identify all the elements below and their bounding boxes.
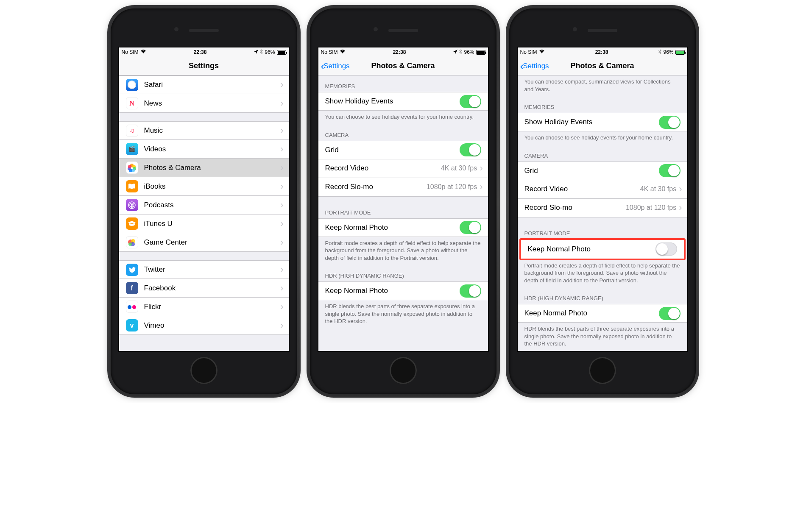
svg-point-8	[128, 242, 132, 246]
settings-list[interactable]: Safari › N News › ♫ Music › 🎬 Videos ›	[119, 75, 289, 351]
section-camera-header: CAMERA	[518, 145, 687, 162]
section-portrait-footer: Portrait mode creates a depth of field e…	[318, 237, 488, 265]
bluetooth-icon	[459, 49, 462, 56]
chevron-right-icon: ›	[280, 320, 283, 331]
location-icon	[453, 49, 457, 55]
battery-percent: 96%	[663, 49, 673, 55]
row-record-slomo[interactable]: Record Slo-mo 1080p at 120 fps ›	[318, 178, 488, 197]
row-music[interactable]: ♫ Music ›	[119, 121, 289, 140]
section-hdr-footer: HDR blends the best parts of three separ…	[518, 323, 687, 351]
twitter-icon	[126, 264, 138, 276]
home-button[interactable]	[390, 357, 417, 384]
row-detail: 4K at 30 fps	[640, 185, 676, 193]
row-keep-normal-hdr[interactable]: Keep Normal Photo	[518, 304, 687, 323]
row-keep-normal-hdr[interactable]: Keep Normal Photo	[318, 281, 488, 300]
row-label: Flickr	[144, 303, 281, 311]
toggle-show-holiday[interactable]	[460, 95, 481, 108]
nav-bar: ‹ Settings Photos & Camera	[518, 57, 687, 75]
flickr-icon	[126, 301, 138, 313]
section-hdr-footer: HDR blends the best parts of three separ…	[318, 300, 488, 329]
back-button[interactable]: ‹ Settings	[520, 57, 549, 75]
chevron-right-icon: ›	[280, 144, 283, 155]
row-record-video[interactable]: Record Video 4K at 30 fps ›	[318, 159, 488, 178]
row-videos[interactable]: 🎬 Videos ›	[119, 140, 289, 159]
toggle-keep-normal-portrait[interactable]	[655, 242, 677, 256]
row-label: iBooks	[144, 182, 281, 191]
row-label: Vimeo	[144, 321, 281, 330]
wifi-icon	[539, 49, 545, 55]
chevron-right-icon: ›	[280, 301, 283, 312]
section-summarize-footer: You can choose compact, summarized views…	[518, 75, 687, 96]
row-itunesu[interactable]: iTunes U ›	[119, 214, 289, 233]
row-label: Twitter	[144, 265, 281, 274]
row-facebook[interactable]: f Facebook ›	[119, 279, 289, 298]
row-vimeo[interactable]: v Vimeo ›	[119, 316, 289, 335]
bluetooth-icon	[260, 49, 263, 56]
row-ibooks[interactable]: iBooks ›	[119, 177, 289, 196]
row-grid[interactable]: Grid	[318, 141, 488, 159]
home-button[interactable]	[589, 357, 616, 384]
row-label: Grid	[524, 167, 659, 175]
row-show-holiday-events[interactable]: Show Holiday Events	[518, 113, 687, 131]
status-time: 22:38	[194, 49, 207, 55]
nav-bar: Settings	[119, 57, 289, 75]
chevron-right-icon: ›	[480, 163, 482, 174]
chevron-right-icon: ›	[679, 184, 682, 195]
status-time: 22:38	[595, 49, 608, 55]
carrier-label: No SIM	[321, 49, 338, 55]
row-label: Keep Normal Photo	[524, 309, 659, 318]
row-podcasts[interactable]: Podcasts ›	[119, 196, 289, 214]
row-twitter[interactable]: Twitter ›	[119, 260, 289, 279]
toggle-keep-normal-hdr[interactable]	[659, 307, 680, 320]
row-label: Game Center	[144, 238, 281, 247]
chevron-right-icon: ›	[280, 162, 283, 173]
row-detail: 1080p at 120 fps	[427, 183, 477, 191]
settings-list[interactable]: You can choose compact, summarized views…	[518, 75, 687, 351]
battery-percent: 96%	[464, 49, 474, 55]
row-label: Music	[144, 126, 281, 135]
section-memories-footer: You can choose to see holiday events for…	[518, 131, 687, 145]
chevron-right-icon: ›	[280, 200, 283, 211]
row-label: Podcasts	[144, 201, 281, 209]
row-gamecenter[interactable]: Game Center ›	[119, 233, 289, 252]
row-grid[interactable]: Grid	[518, 162, 687, 180]
row-record-video[interactable]: Record Video 4K at 30 fps ›	[518, 180, 687, 199]
screen-photos-camera-scrolled: No SIM 22:38 96% ‹ Settings Photos & Cam…	[517, 47, 688, 352]
row-label: Record Slo-mo	[325, 183, 427, 191]
row-flickr[interactable]: Flickr ›	[119, 298, 289, 316]
device-frame-2: No SIM 22:38 96% ‹ Settings Photos & Cam…	[310, 8, 496, 394]
row-news[interactable]: N News ›	[119, 94, 289, 113]
row-label: Keep Normal Photo	[528, 245, 655, 253]
row-safari[interactable]: Safari ›	[119, 75, 289, 94]
photos-icon	[126, 162, 138, 174]
battery-icon	[675, 50, 685, 55]
row-detail: 1080p at 120 fps	[626, 204, 676, 212]
row-label: Show Holiday Events	[325, 97, 460, 106]
settings-list[interactable]: MEMORIES Show Holiday Events You can cho…	[318, 75, 488, 351]
section-portrait-header: PORTRAIT MODE	[518, 217, 687, 239]
section-hdr-header: HDR (HIGH DYNAMIC RANGE)	[318, 265, 488, 281]
toggle-grid[interactable]	[659, 164, 680, 177]
toggle-show-holiday[interactable]	[659, 116, 680, 129]
vimeo-icon: v	[126, 319, 138, 331]
row-keep-normal-portrait[interactable]: Keep Normal Photo	[521, 240, 684, 259]
toggle-keep-normal-hdr[interactable]	[460, 284, 481, 298]
safari-icon	[126, 79, 138, 91]
page-title: Settings	[189, 61, 219, 70]
toggle-grid[interactable]	[460, 143, 481, 156]
videos-icon: 🎬	[126, 143, 138, 155]
row-photos-camera[interactable]: Photos & Camera ›	[119, 159, 289, 177]
status-bar: No SIM 22:38 96%	[518, 47, 687, 57]
row-label: Keep Normal Photo	[325, 287, 460, 295]
back-button[interactable]: ‹ Settings	[321, 57, 350, 75]
row-record-slomo[interactable]: Record Slo-mo 1080p at 120 fps ›	[518, 199, 687, 217]
row-label: Photos & Camera	[144, 164, 281, 172]
device-frame-1: No SIM 22:38 96% Settings	[111, 8, 297, 394]
page-title: Photos & Camera	[371, 61, 435, 70]
toggle-keep-normal-portrait[interactable]	[460, 221, 481, 234]
row-keep-normal-portrait[interactable]: Keep Normal Photo	[318, 218, 488, 237]
home-button[interactable]	[190, 357, 218, 384]
chevron-right-icon: ›	[280, 125, 283, 136]
highlight-annotation: Keep Normal Photo	[519, 238, 686, 260]
row-show-holiday-events[interactable]: Show Holiday Events	[318, 92, 488, 111]
